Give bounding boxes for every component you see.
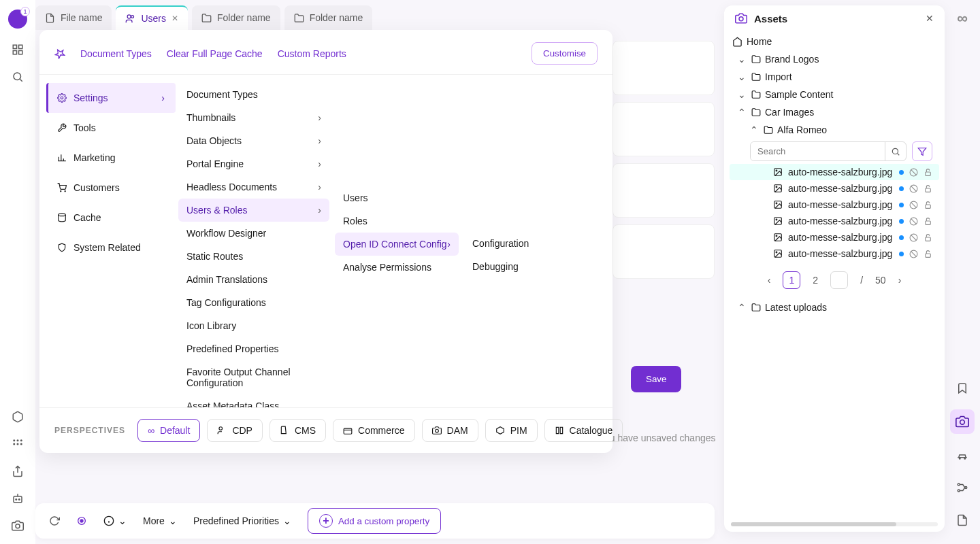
add-custom-property-button[interactable]: +Add a custom property (308, 508, 441, 534)
link-custom-reports[interactable]: Custom Reports (278, 48, 346, 59)
tree-home[interactable]: Home (730, 33, 939, 50)
col1-tools[interactable]: Tools (46, 113, 176, 143)
grid-icon[interactable] (12, 44, 24, 56)
page-next[interactable]: › (898, 275, 902, 286)
filter-button[interactable] (912, 141, 932, 161)
perspective-cms[interactable]: CMS (270, 419, 326, 442)
locate-icon[interactable] (76, 515, 87, 526)
chevron-right-icon: › (161, 92, 165, 103)
bookmark-icon[interactable] (951, 377, 974, 400)
asset-item[interactable]: auto-messe-salzburg.jpg (730, 197, 939, 213)
scrollbar[interactable] (731, 522, 938, 526)
col1-customers[interactable]: Customers (46, 173, 176, 203)
camera-icon[interactable] (12, 520, 24, 532)
col3-open-id-connect-config[interactable]: Open ID Connect Config› (335, 233, 459, 256)
col2-favorite-output-channel-configuration[interactable]: Favorite Output Channel Configuration (178, 360, 329, 394)
svg-point-8 (20, 439, 22, 441)
asset-item[interactable]: auto-messe-salzburg.jpg (730, 245, 939, 262)
asset-item[interactable]: auto-messe-salzburg.jpg (730, 213, 939, 229)
bottom-toolbar: ⌄ More ⌄ Predefined Priorities ⌄ +Add a … (35, 503, 715, 539)
tree-alfa-romeo[interactable]: ⌃Alfa Romeo (730, 121, 939, 139)
col2-predefined-properties[interactable]: Predefined Properties (178, 337, 329, 360)
page-2[interactable]: 2 (813, 275, 818, 286)
col2-users-roles[interactable]: Users & Roles› (178, 199, 329, 222)
col2-icon-library[interactable]: Icon Library (178, 314, 329, 337)
svg-point-57 (776, 219, 777, 220)
avatar[interactable]: 1 (8, 10, 27, 29)
tree-car-images[interactable]: ⌃Car Images (730, 103, 939, 121)
col2-admin-translations[interactable]: Admin Translations (178, 268, 329, 291)
more-dropdown[interactable]: More ⌄ (143, 515, 177, 526)
tree-latest-uploads[interactable]: ⌃Latest uploads (730, 299, 939, 316)
asset-item[interactable]: auto-messe-salzburg.jpg (730, 229, 939, 245)
avatar-badge: 1 (20, 7, 30, 16)
link-clear-cache[interactable]: Clear Full Page Cache (167, 48, 263, 59)
col3-users[interactable]: Users (335, 186, 459, 209)
col2-static-routes[interactable]: Static Routes (178, 245, 329, 268)
logo-icon[interactable]: ∞ (957, 10, 968, 27)
asset-item[interactable]: auto-messe-salzburg.jpg (730, 180, 939, 197)
col4-debugging[interactable]: Debugging (464, 255, 568, 278)
image-icon (773, 216, 783, 226)
tab-folder-2[interactable]: Folder name (284, 5, 373, 30)
perspective-catalogue[interactable]: Catalogue (544, 419, 623, 442)
page-input[interactable] (830, 271, 848, 289)
share-icon[interactable] (12, 465, 24, 477)
save-button[interactable]: Save (631, 366, 681, 392)
assets-tree: Home ⌄Brand Logos ⌄Import ⌄Sample Conten… (724, 31, 945, 522)
customise-button[interactable]: Customise (532, 42, 598, 65)
search-button[interactable] (885, 142, 906, 160)
svg-rect-3 (19, 51, 22, 54)
tree-sample-content[interactable]: ⌄Sample Content (730, 86, 939, 103)
doc-icon[interactable] (951, 509, 974, 532)
chevron-up-icon: ⌃ (750, 124, 760, 135)
col2-workflow-designer[interactable]: Workflow Designer (178, 222, 329, 245)
close-icon[interactable]: ✕ (172, 14, 178, 23)
perspective-dam[interactable]: DAM (422, 419, 478, 442)
page-1[interactable]: 1 (783, 271, 800, 289)
col3-analyse-permissions[interactable]: Analyse Permissions (335, 256, 459, 279)
apps-icon[interactable] (12, 438, 24, 450)
col2-data-objects[interactable]: Data Objects› (178, 129, 329, 152)
close-icon[interactable]: ✕ (926, 13, 934, 24)
col1-marketing[interactable]: Marketing (46, 143, 176, 173)
col2-thumbnails[interactable]: Thumbnails› (178, 106, 329, 129)
col1-settings[interactable]: Settings› (46, 83, 176, 113)
tab-folder-1[interactable]: Folder name (192, 5, 280, 30)
refresh-icon[interactable] (49, 515, 60, 526)
priorities-dropdown[interactable]: Predefined Priorities ⌄ (193, 515, 291, 526)
tree-import[interactable]: ⌄Import (730, 68, 939, 86)
perspective-commerce[interactable]: Commerce (333, 419, 414, 442)
col3-roles[interactable]: Roles (335, 209, 459, 233)
camera-panel-icon[interactable] (950, 409, 975, 434)
col1-cache[interactable]: Cache (46, 203, 176, 233)
mega-menu: Document Types Clear Full Page Cache Cus… (39, 30, 612, 453)
persp-icon (495, 426, 505, 435)
col2-portal-engine[interactable]: Portal Engine› (178, 152, 329, 175)
col2-document-types[interactable]: Document Types (178, 83, 329, 106)
perspective-cdp[interactable]: CDP (207, 419, 263, 442)
col2-headless-documents[interactable]: Headless Documents› (178, 175, 329, 199)
col2-tag-configurations[interactable]: Tag Configurations (178, 291, 329, 314)
persp-label: CDP (232, 425, 252, 436)
asset-item[interactable]: auto-messe-salzburg.jpg (730, 164, 939, 180)
col1-system-related[interactable]: System Related (46, 233, 176, 262)
col2-asset-metadata-class-definitions[interactable]: Asset Metadata Class Definitions (178, 394, 329, 407)
tab-file[interactable]: File name (35, 5, 112, 30)
perspective-default[interactable]: ∞Default (137, 419, 200, 442)
col4-configuration[interactable]: Configuration (464, 232, 568, 255)
bot-icon[interactable] (12, 492, 24, 505)
pin-icon[interactable] (54, 48, 65, 59)
info-dropdown[interactable]: ⌄ (103, 515, 127, 526)
car-icon[interactable] (951, 443, 974, 466)
box-icon[interactable] (12, 411, 24, 423)
menu-label: Debugging (472, 261, 519, 272)
link-document-types[interactable]: Document Types (80, 48, 152, 59)
tab-users[interactable]: Users ✕ (116, 5, 188, 30)
search-icon[interactable] (12, 71, 24, 83)
flow-icon[interactable] (951, 476, 974, 499)
page-prev[interactable]: ‹ (768, 275, 771, 286)
perspective-pim[interactable]: PIM (485, 419, 538, 442)
search-input[interactable] (751, 142, 885, 160)
tree-brand-logos[interactable]: ⌄Brand Logos (730, 50, 939, 68)
